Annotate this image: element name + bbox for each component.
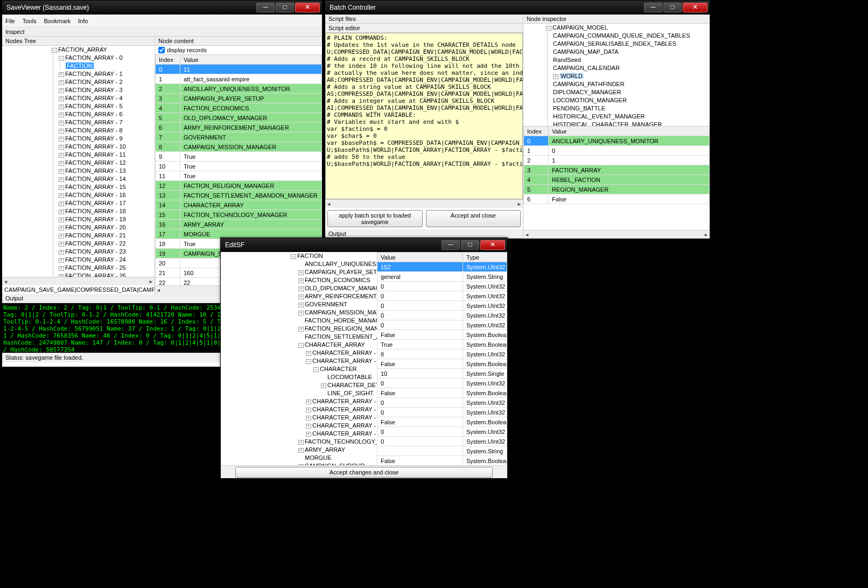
accept-close-button[interactable]: Accept and close — [426, 210, 521, 227]
table-row[interactable]: 6False — [524, 194, 710, 204]
script-editor-label: Script editor — [325, 24, 523, 33]
col-index[interactable]: Index — [156, 55, 180, 65]
table-row[interactable]: TrueSystem.Boolean — [377, 340, 507, 349]
col-value[interactable]: Value — [377, 253, 463, 262]
maximize-button[interactable]: □ — [461, 240, 479, 250]
table-row[interactable]: 1att_fact_sassanid empire — [156, 74, 322, 84]
table-row[interactable]: 5OLD_DIPLOMACY_MANAGER — [156, 113, 322, 123]
table-row[interactable]: 5REGION_MANAGER — [524, 185, 710, 194]
table-row[interactable]: 15FACTION_TECHNOLOGY_MANAGER — [156, 210, 322, 220]
batch-controller-window: Batch Controller ─ □ ✕ Script files Scri… — [325, 0, 710, 239]
table-row[interactable]: 11True — [156, 171, 322, 181]
inspect-label: Inspect — [2, 27, 322, 37]
table-row[interactable]: 0System.UInt32 — [377, 311, 507, 320]
table-row[interactable]: 14CHARACTER_ARRAY — [156, 200, 322, 210]
editsf-tree[interactable]: −FACTIONANCILLARY_UNIQUENESS_MO+CAMPAIGN… — [221, 252, 377, 465]
table-row[interactable]: 152System.UInt32 — [377, 262, 507, 272]
apply-batch-button[interactable]: apply batch script to loaded savegame — [327, 210, 423, 227]
table-row[interactable]: 8CAMPAIGN_MISSION_MANAGER — [156, 142, 322, 152]
table-row[interactable]: System.String — [377, 446, 507, 456]
inspector-grid[interactable]: Index Value 0ANCILLARY_UNIQUENESS_MONITO… — [523, 126, 710, 204]
table-row[interactable]: 0System.UInt32 — [377, 320, 507, 330]
node-inspector-tree[interactable]: −CAMPAIGN_MODELCAMPAIGN_COMMAND_QUEUE_IN… — [523, 24, 710, 126]
col-value[interactable]: Value — [549, 127, 710, 136]
table-row[interactable]: FalseSystem.Boolean — [377, 456, 507, 466]
close-button[interactable]: ✕ — [480, 240, 505, 250]
table-row[interactable]: 4REBEL_FACTION — [524, 175, 710, 185]
table-row[interactable]: 0System.UInt32 — [377, 282, 507, 291]
table-row[interactable]: 0System.UInt32 — [377, 398, 507, 408]
table-row[interactable]: 3FACTION_ARRAY — [524, 165, 710, 175]
script-editor[interactable]: # PLAIN COMMANDS: # Updates the 1st valu… — [325, 33, 523, 199]
window-title: SaveViewer (Sassanid.save) — [4, 4, 256, 11]
table-row[interactable]: 13FACTION_SETTLEMENT_ABANDON_MANAGER — [156, 191, 322, 200]
table-row[interactable]: 0ANCILLARY_UNIQUENESS_MONITOR — [524, 136, 710, 146]
table-row[interactable]: 12FACTION_RELIGION_MANAGER — [156, 181, 322, 191]
table-row[interactable]: 16ARMY_ARRAY — [156, 220, 322, 229]
nodes-tree[interactable]: −FACTION_ARRAY−FACTION_ARRAY - 0FACTION+… — [2, 46, 155, 277]
maximize-button[interactable]: □ — [276, 3, 294, 12]
close-button[interactable]: ✕ — [683, 3, 708, 12]
table-row[interactable]: 6ARMY_REINFORCEMENT_MANAGER — [156, 123, 322, 132]
table-row[interactable]: 0System.UInt32 — [377, 437, 507, 446]
editsf-grid[interactable]: Value Type 152System.UInt32generalSystem… — [377, 252, 507, 465]
table-row[interactable]: 4FACTION_ECONOMICS — [156, 103, 322, 113]
display-records-checkbox[interactable]: display records — [155, 46, 322, 54]
col-index[interactable]: Index — [524, 127, 549, 136]
table-row[interactable]: 10 — [524, 146, 710, 156]
table-row[interactable]: 8System.UInt32 — [377, 349, 507, 359]
table-row[interactable]: 2ANCILLARY_UNIQUENESS_MONITOR — [156, 84, 322, 94]
menu-info[interactable]: Info — [78, 18, 88, 24]
table-row[interactable]: 10System.Single — [377, 369, 507, 379]
table-row[interactable]: 011 — [156, 65, 322, 74]
menu-bookmark[interactable]: Bookmark — [44, 18, 71, 24]
table-row[interactable]: FalseSystem.Boolean — [377, 388, 507, 398]
minimize-button[interactable]: ─ — [256, 3, 275, 12]
table-row[interactable]: 21 — [524, 156, 710, 165]
scrollbar-h[interactable] — [325, 199, 523, 208]
col-type[interactable]: Type — [463, 253, 507, 262]
minimize-button[interactable]: ─ — [442, 240, 460, 250]
table-row[interactable]: 10True — [156, 162, 322, 171]
window-title: Batch Controller — [327, 4, 644, 11]
script-files-label: Script files — [325, 15, 523, 24]
table-row[interactable]: 9True — [156, 152, 322, 162]
table-row[interactable]: 0System.UInt32 — [377, 291, 507, 301]
scrollbar-h[interactable] — [523, 230, 710, 239]
table-row[interactable]: 0System.UInt32 — [377, 408, 507, 417]
window-title: EditSF — [223, 241, 442, 249]
titlebar[interactable]: EditSF ─ □ ✕ — [221, 238, 507, 252]
table-row[interactable]: 0System.UInt32 — [377, 301, 507, 311]
titlebar[interactable]: SaveViewer (Sassanid.save) ─ □ ✕ — [2, 1, 322, 15]
editsf-window: EditSF ─ □ ✕ −FACTIONANCILLARY_UNIQUENES… — [220, 237, 508, 479]
table-row[interactable]: FalseSystem.Boolean — [377, 417, 507, 427]
accept-changes-button[interactable]: Accept changes and close — [235, 467, 493, 478]
close-button[interactable]: ✕ — [295, 3, 320, 12]
menu-tools[interactable]: Tools — [23, 18, 37, 24]
table-row[interactable]: FalseSystem.Boolean — [377, 330, 507, 340]
node-inspector-label: Node inspector — [523, 15, 710, 24]
maximize-button[interactable]: □ — [663, 3, 682, 12]
minimize-button[interactable]: ─ — [644, 3, 662, 12]
nodes-tree-label: Nodes Tree — [2, 37, 155, 46]
table-row[interactable]: 7GOVERNMENT — [156, 132, 322, 142]
menubar: File Tools Bookmark Info — [2, 15, 322, 27]
titlebar[interactable]: Batch Controller ─ □ ✕ — [325, 1, 710, 15]
scrollbar-h[interactable] — [2, 277, 155, 285]
display-records-input[interactable] — [158, 47, 165, 53]
table-row[interactable]: generalSystem.String — [377, 272, 507, 282]
table-row[interactable]: 0System.UInt32 — [377, 427, 507, 437]
col-value[interactable]: Value — [180, 55, 322, 65]
menu-file[interactable]: File — [5, 18, 15, 24]
node-content-label: Node content — [155, 37, 322, 46]
path-display: CAMPAIGN_SAVE_GAME|COMPRESSED_DATA|CAMPA… — [2, 285, 155, 294]
table-row[interactable]: 0System.UInt32 — [377, 379, 507, 388]
table-row[interactable]: 3CAMPAIGN_PLAYER_SETUP — [156, 94, 322, 103]
table-row[interactable]: FalseSystem.Boolean — [377, 359, 507, 369]
